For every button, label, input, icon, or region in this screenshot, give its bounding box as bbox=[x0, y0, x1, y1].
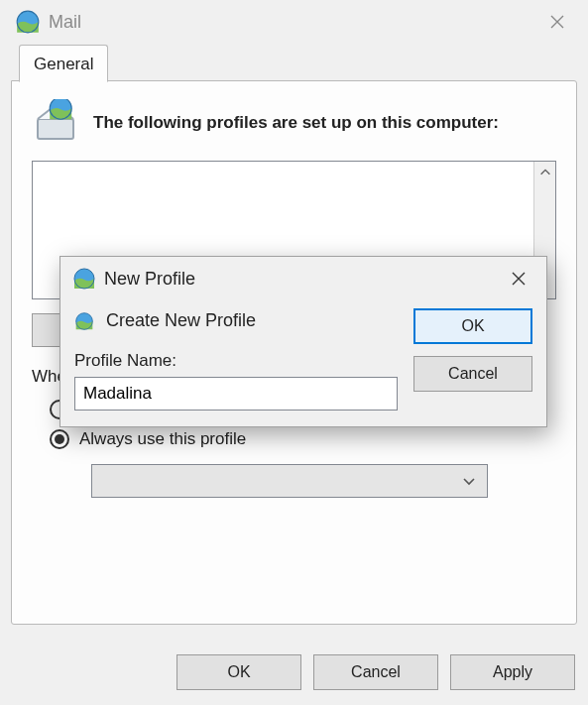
mail-titlebar: Mail bbox=[1, 1, 587, 43]
create-new-profile-label: Create New Profile bbox=[106, 310, 256, 331]
close-icon[interactable] bbox=[537, 7, 577, 37]
mail-dialog-buttons: OK Cancel Apply bbox=[176, 654, 575, 690]
scroll-up-icon[interactable] bbox=[538, 166, 552, 179]
create-new-profile-row: Create New Profile bbox=[74, 306, 398, 345]
profile-name-input[interactable] bbox=[74, 377, 398, 411]
radio-always-label: Always use this profile bbox=[79, 429, 246, 449]
cancel-button[interactable]: Cancel bbox=[413, 356, 532, 392]
profiles-section-label: The following profiles are set up on thi… bbox=[93, 113, 499, 133]
ok-button[interactable]: OK bbox=[176, 654, 301, 690]
profiles-section-head: The following profiles are set up on thi… bbox=[32, 99, 556, 147]
new-profile-title: New Profile bbox=[104, 269, 195, 290]
mail-icon bbox=[15, 9, 41, 35]
new-profile-icon bbox=[72, 267, 96, 291]
apply-button[interactable]: Apply bbox=[450, 654, 575, 690]
mail-title: Mail bbox=[49, 12, 81, 33]
globe-icon bbox=[74, 311, 94, 331]
profile-dropdown[interactable] bbox=[91, 464, 488, 498]
profile-name-label: Profile Name: bbox=[74, 351, 398, 371]
ok-button[interactable]: OK bbox=[413, 308, 532, 344]
new-profile-dialog: New Profile Create New Profile Profile N… bbox=[59, 256, 547, 427]
tab-row: General bbox=[11, 45, 577, 82]
radio-icon bbox=[50, 429, 69, 449]
close-icon[interactable] bbox=[499, 264, 538, 294]
tab-general[interactable]: General bbox=[19, 45, 108, 82]
new-profile-titlebar: New Profile bbox=[60, 257, 546, 300]
profiles-icon bbox=[32, 99, 79, 147]
radio-always[interactable]: Always use this profile bbox=[50, 424, 556, 454]
cancel-button[interactable]: Cancel bbox=[313, 654, 438, 690]
chevron-down-icon bbox=[461, 473, 477, 489]
